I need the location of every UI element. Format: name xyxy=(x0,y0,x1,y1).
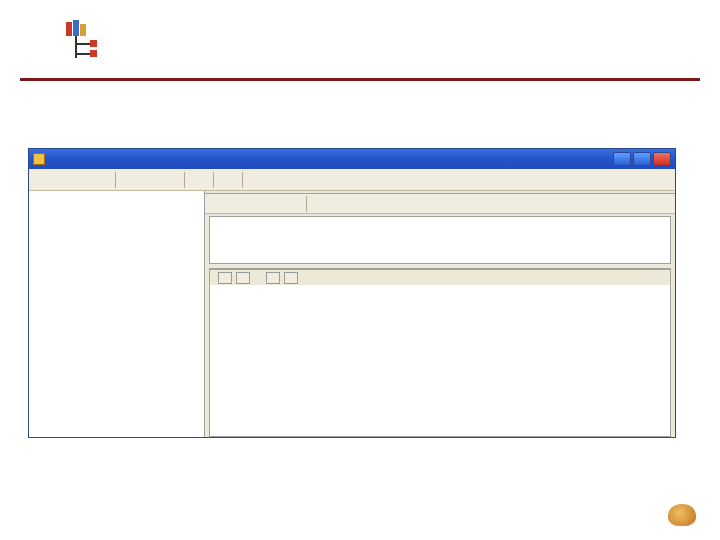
lion-icon xyxy=(668,504,696,526)
sub-toolbar xyxy=(205,194,675,214)
tool-icon[interactable] xyxy=(142,172,158,188)
tree-panel xyxy=(29,191,205,437)
app-icon xyxy=(33,153,45,165)
sub-icon[interactable] xyxy=(285,196,301,212)
svg-rect-1 xyxy=(73,20,79,36)
nav-first-button[interactable] xyxy=(218,272,232,284)
svg-rect-7 xyxy=(90,50,97,57)
main-toolbar xyxy=(29,169,675,191)
sub-icon[interactable] xyxy=(209,196,225,212)
sub-icon[interactable] xyxy=(266,196,282,212)
titlebar xyxy=(29,149,675,169)
record-navigator xyxy=(210,269,670,285)
nav-last-button[interactable] xyxy=(284,272,298,284)
close-button[interactable] xyxy=(653,152,671,166)
sub-icon[interactable] xyxy=(247,196,263,212)
tool-icon[interactable] xyxy=(269,172,285,188)
results-grid xyxy=(209,268,671,437)
tool-icon[interactable] xyxy=(93,172,109,188)
detail-panel xyxy=(205,191,675,437)
svg-rect-2 xyxy=(80,24,86,36)
slide-logo-icon xyxy=(60,18,106,68)
sub-icon[interactable] xyxy=(331,196,347,212)
slide-header xyxy=(0,0,720,68)
brand-logo xyxy=(668,504,698,526)
tool-icon[interactable] xyxy=(122,172,138,188)
text-preview-pane xyxy=(209,216,671,264)
tool-icon[interactable] xyxy=(73,172,89,188)
maximize-button[interactable] xyxy=(633,152,651,166)
sub-icon[interactable] xyxy=(369,196,385,212)
svg-rect-5 xyxy=(90,40,97,47)
tool-icon[interactable] xyxy=(33,172,49,188)
sub-icon[interactable] xyxy=(312,196,328,212)
tool-icon[interactable] xyxy=(53,172,69,188)
app-window xyxy=(28,148,676,438)
slide-divider xyxy=(20,78,700,81)
sub-icon[interactable] xyxy=(228,196,244,212)
tool-icon[interactable] xyxy=(220,172,236,188)
nav-next-button[interactable] xyxy=(266,272,280,284)
tool-icon[interactable] xyxy=(191,172,207,188)
svg-rect-0 xyxy=(66,22,72,36)
minimize-button[interactable] xyxy=(613,152,631,166)
sub-icon[interactable] xyxy=(350,196,366,212)
tool-icon[interactable] xyxy=(162,172,178,188)
tool-icon[interactable] xyxy=(249,172,265,188)
nav-prev-button[interactable] xyxy=(236,272,250,284)
